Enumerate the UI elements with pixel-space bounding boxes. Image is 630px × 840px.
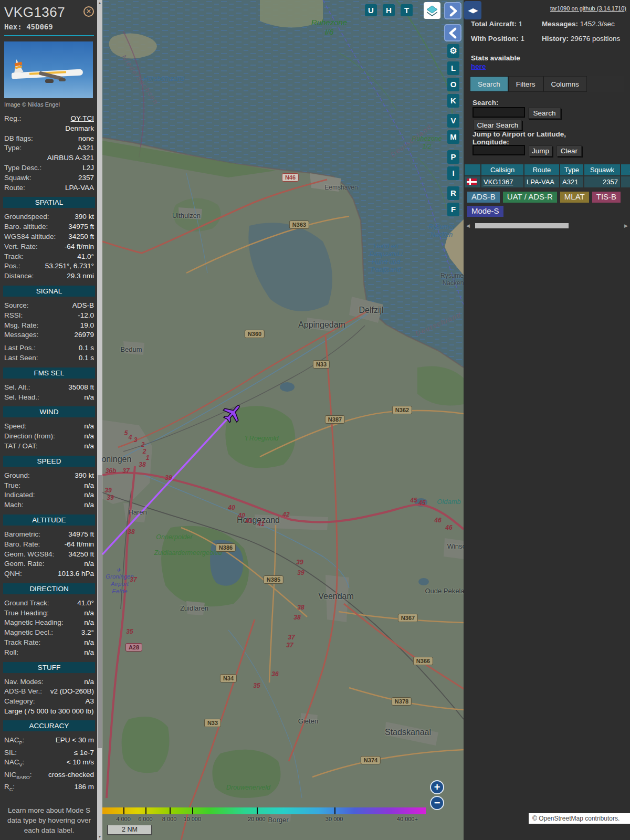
map-button-r[interactable]: R [447, 186, 459, 200]
map-button-h[interactable]: H [383, 4, 395, 16]
jump-button[interactable]: Jump [529, 145, 552, 156]
left-panel-scrollbar[interactable]: ▲ ▼ [97, 0, 102, 840]
data-value[interactable]: OY-TCI [70, 114, 94, 124]
data-row: True Heading:n/a [4, 608, 94, 618]
data-value: AIRBUS A-321 [47, 153, 94, 163]
column-header[interactable] [465, 164, 480, 175]
map-button-k[interactable]: K [447, 94, 459, 108]
scroll-right-icon[interactable]: ▶ [624, 223, 628, 228]
exit-number: 37 [130, 576, 136, 583]
jump-input[interactable] [472, 145, 525, 155]
filter-modes[interactable]: Mode-S [467, 206, 503, 217]
filter-uatadsr[interactable]: UAT / ADS-R [503, 192, 557, 203]
legend-tick-label: 6 000 [138, 816, 153, 822]
filter-adsb[interactable]: ADS-B [467, 192, 500, 203]
exit-number: 46 [434, 517, 441, 524]
flag-cell [465, 176, 480, 187]
map-button-l[interactable]: L [447, 61, 459, 75]
data-label: Nav. Modes: [4, 677, 44, 687]
gear-icon: ⚙ [449, 46, 457, 55]
column-header[interactable]: Alt. (ft) [621, 164, 630, 175]
data-value: A321 [77, 143, 94, 153]
clear-search-button[interactable]: Clear Search [474, 120, 522, 130]
data-row: Route:LPA-VAA [4, 183, 94, 193]
layer-switcher-button[interactable] [424, 2, 440, 19]
sidebar-width-toggle[interactable]: ◀▶ [464, 1, 481, 19]
osm-attribution[interactable]: © OpenStreetMap contributors. [529, 813, 630, 824]
callsign-cell[interactable]: VKG1367 [481, 176, 523, 187]
stat-item: History: 29676 positions [542, 35, 626, 43]
column-header[interactable]: Squawk [584, 164, 620, 175]
data-value: L2J [82, 163, 94, 173]
jump-clear-button[interactable]: Clear [556, 145, 582, 156]
data-label: Speed: [4, 422, 27, 432]
data-row: SIL:≤ 1e-7 [4, 748, 94, 758]
github-link[interactable]: tar1090 on github (3.14.1710) [550, 5, 626, 12]
map-button-m[interactable]: M [447, 130, 459, 144]
road-shield: N360 [245, 330, 265, 338]
exit-number: 38 [139, 461, 145, 468]
table-row[interactable]: VKG1367LPA-VAAA321235734975 [465, 176, 630, 187]
data-row: Source:ADS-B [4, 301, 94, 311]
filter-mlat[interactable]: MLAT [560, 192, 589, 203]
scrollbar-thumb[interactable] [98, 475, 102, 748]
sidebar-collapse-button[interactable] [444, 24, 461, 41]
legend-tick [257, 807, 258, 814]
table-horizontal-scrollbar[interactable]: ◀ ▶ [464, 222, 630, 229]
denmark-flag-icon [467, 178, 477, 185]
sidebar-expand-button[interactable] [444, 2, 461, 19]
map-button-p[interactable]: P [447, 150, 459, 164]
map-button-i[interactable]: I [447, 166, 459, 180]
alt-cell: 34975 [621, 176, 630, 187]
data-row: Speed:n/a [4, 422, 94, 432]
map[interactable]: Ruhezone I/6Ruhezone 1/2HorsbornzandNied… [102, 0, 464, 840]
settings-button[interactable]: ⚙ [447, 44, 459, 58]
column-header[interactable]: Callsign [481, 164, 523, 175]
stats-here-link[interactable]: here [471, 62, 486, 70]
data-label: Baro. Rate: [4, 540, 40, 550]
legend-tick [192, 807, 193, 814]
data-value: A3 [85, 697, 94, 707]
map-button-f[interactable]: F [447, 203, 459, 216]
tab-columns[interactable]: Columns [543, 76, 587, 92]
road-shield: N34 [220, 674, 237, 682]
data-row: Type:A321 [4, 143, 94, 153]
data-value: cross-checked [48, 770, 94, 782]
type-cell: A321 [560, 176, 583, 187]
scroll-left-icon[interactable]: ◀ [466, 223, 470, 228]
column-header[interactable]: Route [524, 164, 559, 175]
data-row: Mach:n/a [4, 500, 94, 510]
hscroll-thumb[interactable] [475, 223, 569, 228]
road-shield: N33 [313, 360, 330, 369]
data-value: 34975 ft [68, 530, 94, 540]
map-button-o[interactable]: O [447, 78, 459, 91]
aircraft-photo[interactable] [4, 41, 93, 98]
map-button-u[interactable]: U [365, 4, 377, 16]
data-label: Vert. Rate: [4, 242, 38, 252]
road-shield: N387 [325, 415, 345, 424]
scroll-up-icon[interactable]: ▲ [97, 0, 102, 6]
data-value: n/a [84, 638, 94, 648]
data-value: v2 (DO-260B) [50, 687, 94, 697]
data-value: 29.3 nmi [67, 271, 94, 281]
tab-filters[interactable]: Filters [508, 76, 543, 92]
tab-search[interactable]: Search [470, 76, 508, 92]
data-label: Roll: [4, 648, 18, 658]
data-label: WGS84 altitude: [4, 232, 56, 242]
exit-number: 41 [245, 517, 252, 524]
column-header[interactable]: Type [560, 164, 583, 175]
data-row: TAT / OAT:n/a [4, 442, 94, 452]
data-row: Baro. altitude:34975 ft [4, 222, 94, 232]
search-input[interactable] [472, 107, 525, 118]
map-button-v[interactable]: V [447, 114, 459, 128]
data-label: Indicated: [4, 490, 35, 500]
data-label: Reg.: [4, 114, 21, 124]
scroll-down-icon[interactable]: ▼ [97, 834, 102, 840]
callsign-link[interactable]: VKG1367 [484, 178, 513, 186]
filter-tisb[interactable]: TIS-B [592, 192, 621, 203]
zoom-out-button[interactable]: − [430, 796, 444, 810]
zoom-in-button[interactable]: + [430, 780, 444, 794]
close-icon[interactable]: ✕ [83, 6, 94, 17]
search-button[interactable]: Search [528, 108, 561, 119]
map-button-t[interactable]: T [401, 4, 413, 16]
